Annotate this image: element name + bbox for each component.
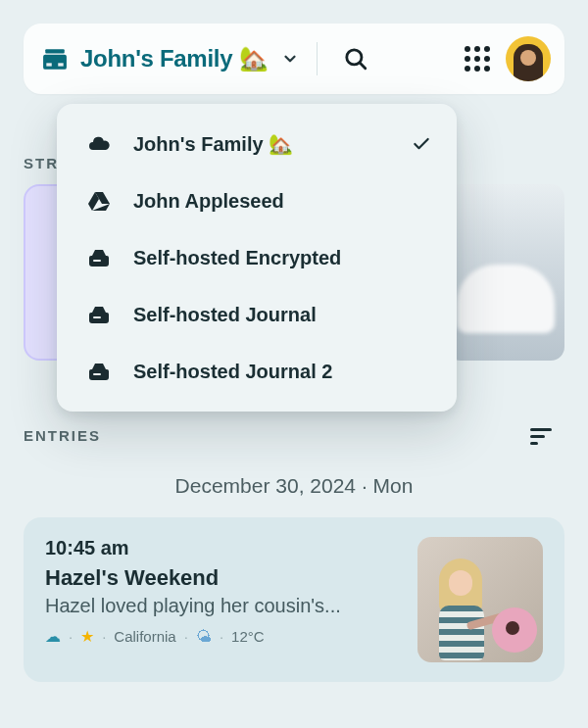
dropdown-label: Self-hosted Journal 2 [133,361,431,383]
search-button[interactable] [335,38,376,79]
svg-rect-13 [93,316,101,318]
entry-location: California [114,628,175,645]
date-header: December 30, 2024 · Mon [0,474,588,498]
entry-temperature: 12°C [231,628,265,645]
svg-rect-5 [46,63,51,66]
svg-rect-12 [93,260,101,262]
sort-icon [530,428,552,446]
entry-title: Hazel's Weekend [45,565,400,591]
svg-rect-14 [93,373,101,375]
star-icon: ★ [80,627,94,646]
streak-photo[interactable] [447,184,564,361]
server-icon [86,302,112,327]
top-bar: John's Family 🏡 [24,24,564,94]
svg-rect-0 [530,428,552,431]
entry-thumbnail [417,537,543,662]
dropdown-label: Self-hosted Encrypted [133,247,431,269]
entry-time: 10:45 am [45,537,400,559]
apps-button[interactable] [457,38,498,79]
chevron-down-icon [281,50,299,68]
dropdown-label: Self-hosted Journal [133,304,431,326]
server-icon [86,245,112,270]
svg-line-8 [361,63,366,68]
dropdown-item-self-hosted-encrypted[interactable]: Self-hosted Encrypted [57,229,457,286]
dropdown-label: John Appleseed [133,190,431,213]
check-icon [412,134,431,154]
dropdown-item-self-hosted-journal[interactable]: Self-hosted Journal [57,286,457,343]
svg-rect-2 [530,442,538,445]
svg-rect-6 [58,63,63,66]
weather-icon: 🌤 [196,628,212,646]
entry-meta: ☁ · ★ · California · 🌤 · 12°C [45,627,400,646]
journal-icon [41,45,69,73]
svg-rect-3 [45,49,65,53]
svg-rect-4 [43,55,67,70]
cloud-icon [86,131,112,157]
profile-avatar[interactable] [506,36,551,81]
journal-dropdown: John's Family 🏡 John Appleseed Self-host… [57,104,457,412]
journal-title: John's Family 🏡 [80,45,268,73]
section-label-entries: ENTRIES [24,427,101,444]
dropdown-label: John's Family 🏡 [133,132,390,156]
drive-icon [86,188,112,214]
server-icon [86,359,112,384]
entry-card[interactable]: 10:45 am Hazel's Weekend Hazel loved pla… [24,517,564,682]
dropdown-item-johns-family[interactable]: John's Family 🏡 [57,116,457,172]
dropdown-item-john-appleseed[interactable]: John Appleseed [57,172,457,229]
divider [317,42,318,75]
dropdown-item-self-hosted-journal-2[interactable]: Self-hosted Journal 2 [57,343,457,400]
journal-selector[interactable]: John's Family 🏡 [41,45,299,73]
sync-icon: ☁ [45,627,61,646]
grid-icon [465,46,490,72]
entry-snippet: Hazel loved playing her cousin's... [45,595,400,617]
search-icon [343,46,368,72]
svg-rect-1 [530,435,545,438]
sort-button[interactable] [523,419,559,455]
